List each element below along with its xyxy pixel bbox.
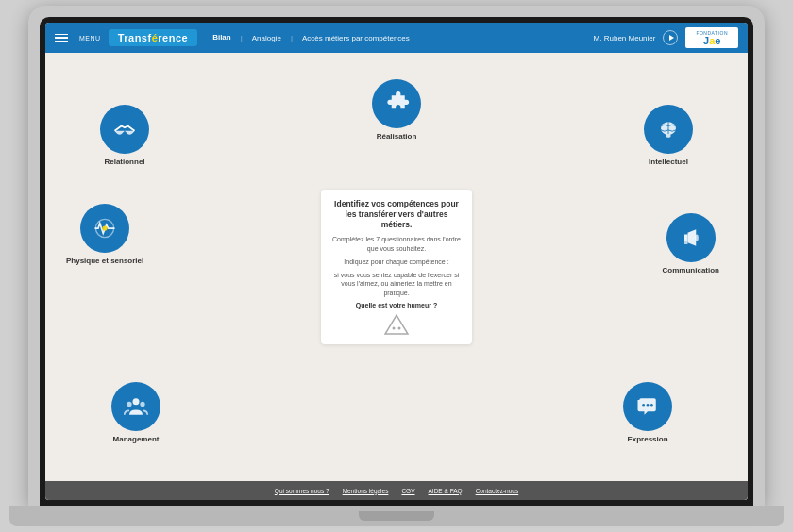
- management-label: Management: [113, 435, 160, 443]
- footer-contact[interactable]: Contactez-nous: [476, 488, 519, 494]
- relationnel-label: Relationnel: [104, 158, 144, 166]
- competence-realisation[interactable]: Réalisation: [372, 79, 421, 141]
- nav-links: Bilan | Analogie | Accès métiers par com…: [212, 33, 585, 42]
- center-card-text2: Indiquez pour chaque compétence :: [332, 258, 461, 267]
- center-card: Identifiez vos compétences pour les tran…: [321, 190, 472, 344]
- footer: Qui sommes nous ? Mentions légales CGV A…: [45, 481, 748, 500]
- brand-name: Transférence: [118, 32, 189, 43]
- expression-label: Expression: [627, 435, 667, 443]
- svg-point-12: [650, 404, 653, 407]
- communication-circle: [666, 213, 716, 262]
- svg-point-15: [140, 402, 144, 407]
- center-card-bold: Quelle est votre humeur ?: [332, 302, 461, 308]
- center-card-text1: Complétez les 7 questionnaires dans l'or…: [332, 235, 461, 254]
- footer-aide[interactable]: AIDE & FAQ: [429, 488, 463, 494]
- svg-point-8: [695, 235, 699, 241]
- competence-expression[interactable]: Expression: [623, 382, 672, 443]
- center-card-text3: si vous vous sentez capable de l'exercer…: [332, 271, 461, 298]
- competence-communication[interactable]: Communication: [663, 213, 719, 274]
- svg-rect-5: [666, 134, 670, 138]
- brand-box: Transférence: [109, 29, 198, 46]
- expression-circle: [623, 382, 672, 431]
- svg-point-13: [133, 398, 140, 405]
- footer-mentions[interactable]: Mentions légales: [343, 488, 389, 494]
- footer-cgv[interactable]: CGV: [401, 488, 414, 494]
- competence-management[interactable]: Management: [111, 382, 160, 443]
- svg-point-14: [127, 402, 131, 407]
- svg-point-11: [647, 404, 650, 407]
- svg-point-2: [398, 326, 401, 329]
- physique-circle: [80, 204, 129, 253]
- intellectuel-label: Intellectuel: [649, 158, 688, 166]
- communication-label: Communication: [663, 266, 719, 274]
- play-button[interactable]: [663, 30, 678, 45]
- nav-acces-metiers[interactable]: Accès métiers par compétences: [302, 34, 410, 42]
- svg-marker-0: [385, 315, 408, 334]
- navbar: MENU Transférence Bilan | Analogie | Acc…: [45, 23, 748, 53]
- competence-physique[interactable]: Physique et sensoriel: [66, 204, 143, 265]
- laptop-notch: [359, 511, 434, 521]
- svg-rect-9: [684, 241, 688, 245]
- main-content: Identifiez vos compétences pour les tran…: [45, 53, 748, 500]
- user-name: M. Ruben Meunier: [594, 34, 656, 42]
- footer-qui[interactable]: Qui sommes nous ?: [275, 488, 329, 494]
- menu-label: MENU: [79, 35, 101, 42]
- menu-button[interactable]: [55, 34, 68, 42]
- mood-icon: [332, 314, 461, 335]
- realisation-circle: [372, 79, 421, 128]
- svg-marker-7: [687, 229, 696, 246]
- screen-bezel: MENU Transférence Bilan | Analogie | Acc…: [40, 17, 753, 506]
- screen-outer: MENU Transférence Bilan | Analogie | Acc…: [28, 6, 765, 506]
- svg-point-17: [103, 225, 108, 230]
- competence-relationnel[interactable]: Relationnel: [100, 105, 149, 166]
- jae-logo: fondation Jae: [685, 27, 738, 48]
- relationnel-circle: [100, 105, 149, 154]
- laptop-chin: [9, 506, 784, 526]
- competence-area: Identifiez vos compétences pour les tran…: [45, 53, 748, 481]
- laptop-shell: MENU Transférence Bilan | Analogie | Acc…: [9, 6, 784, 526]
- realisation-label: Réalisation: [377, 132, 417, 141]
- physique-label: Physique et sensoriel: [66, 257, 143, 265]
- management-circle: [111, 382, 160, 431]
- nav-bilan[interactable]: Bilan: [212, 33, 231, 42]
- svg-point-1: [393, 326, 396, 329]
- svg-point-10: [642, 404, 645, 407]
- browser-window: MENU Transférence Bilan | Analogie | Acc…: [45, 23, 748, 500]
- nav-analogie[interactable]: Analogie: [252, 34, 281, 42]
- svg-marker-6: [684, 235, 688, 241]
- intellectuel-circle: [644, 105, 693, 154]
- competence-intellectuel[interactable]: Intellectuel: [644, 105, 693, 166]
- center-card-title: Identifiez vos compétences pour les tran…: [332, 199, 461, 230]
